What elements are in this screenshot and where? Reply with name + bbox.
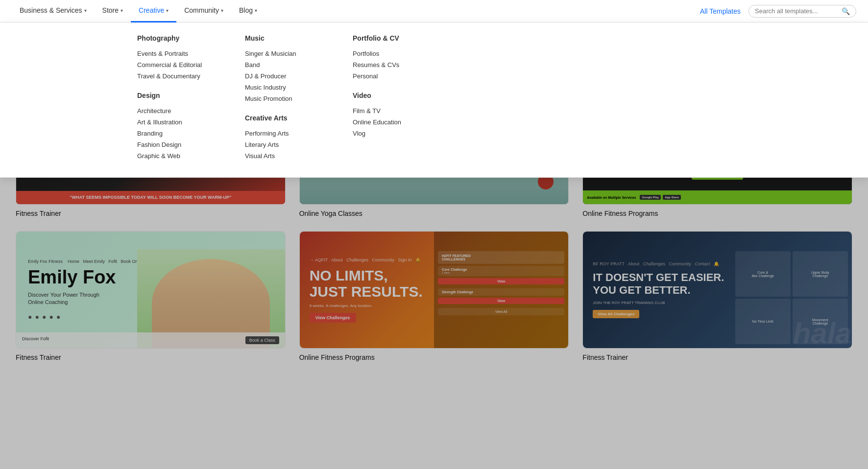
template-label-4: Fitness Trainer — [16, 353, 286, 361]
nav-item-blog[interactable]: Blog ▾ — [231, 0, 265, 23]
dropdown-item[interactable]: Travel & Documentary — [137, 70, 216, 82]
dropdown-item[interactable]: Literary Arts — [245, 139, 323, 150]
nav-item-creative[interactable]: Creative ▾ — [131, 0, 176, 23]
search-icon: 🔍 — [842, 7, 850, 15]
dropdown-item[interactable]: Personal — [353, 70, 431, 82]
dropdown-item[interactable]: Vlog — [353, 128, 431, 139]
dropdown-item[interactable]: Music Promotion — [245, 93, 323, 104]
template-card-6[interactable]: BF ROY PRATT About Challenges Community … — [582, 231, 852, 361]
dropdown-col-photography: Photography Events & Portraits Commercia… — [137, 34, 216, 162]
main-nav: Business & Services ▾ Store ▾ Creative ▾… — [0, 0, 868, 23]
template-label-5: Online Fitness Programs — [299, 353, 569, 361]
chevron-icon-community: ▾ — [221, 8, 223, 13]
dropdown-item[interactable]: Band — [245, 59, 323, 70]
chevron-icon-creative: ▾ — [166, 8, 169, 13]
dropdown-col-title-video: Video — [353, 92, 431, 99]
dropdown-item[interactable]: Events & Portraits — [137, 48, 216, 59]
search-input[interactable] — [755, 7, 838, 15]
dropdown-col-music: Music Singer & Musician Band DJ & Produc… — [245, 34, 323, 162]
all-templates-link[interactable]: All Templates — [700, 7, 741, 15]
template-label-3: Online Fitness Programs — [582, 210, 852, 217]
card-tagline-1: "WHAT SEEMS IMPOSSIBLE TODAY WILL SOON B… — [16, 191, 285, 204]
template-card-img-6: BF ROY PRATT About Challenges Community … — [582, 231, 852, 349]
nav-item-store[interactable]: Store ▾ — [95, 0, 131, 23]
dropdown-item[interactable]: Visual Arts — [245, 150, 323, 162]
dropdown-col-title-portfolio: Portfolio & CV — [353, 34, 431, 42]
nav-label-creative: Creative — [139, 6, 164, 14]
template-label-2: Online Yoga Classes — [299, 210, 569, 217]
card-preview-6: BF ROY PRATT About Challenges Community … — [583, 232, 852, 348]
template-card-4[interactable]: Emily Fox Fitness Home Meet Emily Fofit … — [16, 231, 286, 361]
chevron-icon-store: ▾ — [121, 8, 123, 13]
nav-label-business: Business & Services — [20, 6, 82, 14]
nav-label-store: Store — [102, 6, 119, 14]
chevron-icon-blog: ▾ — [255, 8, 257, 13]
dropdown-item[interactable]: Performing Arts — [245, 128, 323, 139]
nav-label-community: Community — [184, 6, 219, 14]
card-greenbar-3: Available on Multiple Services Google Pl… — [583, 190, 852, 204]
dropdown-item[interactable]: Resumes & CVs — [353, 59, 431, 70]
search-bar[interactable]: 🔍 — [748, 5, 856, 18]
dropdown-item[interactable]: Commercial & Editorial — [137, 59, 216, 70]
dropdown-item[interactable]: Music Industry — [245, 82, 323, 93]
dropdown-item[interactable]: Branding — [137, 128, 216, 139]
dropdown-item[interactable]: Online Education — [353, 117, 431, 128]
template-card-img-5: → AQFIT About Challenges Community Sign … — [299, 231, 569, 349]
nav-item-community[interactable]: Community ▾ — [176, 0, 231, 23]
creative-dropdown: Photography Events & Portraits Commercia… — [0, 23, 868, 178]
card-preview-5: → AQFIT About Challenges Community Sign … — [300, 232, 569, 348]
nav-right: All Templates 🔍 — [700, 5, 856, 18]
template-card-img-4: Emily Fox Fitness Home Meet Emily Fofit … — [16, 231, 286, 349]
dropdown-item[interactable]: Fashion Design — [137, 139, 216, 150]
nav-item-business[interactable]: Business & Services ▾ — [12, 0, 95, 23]
dropdown-col-portfolio: Portfolio & CV Portfolios Resumes & CVs … — [353, 34, 431, 162]
dropdown-item[interactable]: Film & TV — [353, 105, 431, 117]
dropdown-item[interactable]: Art & Illustration — [137, 117, 216, 128]
card-preview-4: Emily Fox Fitness Home Meet Emily Fofit … — [16, 232, 285, 348]
dropdown-item[interactable]: Singer & Musician — [245, 48, 323, 59]
template-label-6: Fitness Trainer — [582, 353, 852, 361]
template-label-1: Fitness Trainer — [16, 210, 286, 217]
dropdown-col-title-music: Music — [245, 34, 323, 42]
chevron-icon-business: ▾ — [84, 8, 87, 13]
dropdown-col-title-design: Design — [137, 92, 216, 99]
nav-label-blog: Blog — [239, 6, 253, 14]
dropdown-item[interactable]: Graphic & Web — [137, 150, 216, 162]
dropdown-item[interactable]: DJ & Producer — [245, 70, 323, 82]
dropdown-item[interactable]: Architecture — [137, 105, 216, 117]
template-card-5[interactable]: → AQFIT About Challenges Community Sign … — [299, 231, 569, 361]
dropdown-col-title-photography: Photography — [137, 34, 216, 42]
dropdown-item[interactable]: Portfolios — [353, 48, 431, 59]
dropdown-col-title-creative-arts: Creative Arts — [245, 114, 323, 122]
